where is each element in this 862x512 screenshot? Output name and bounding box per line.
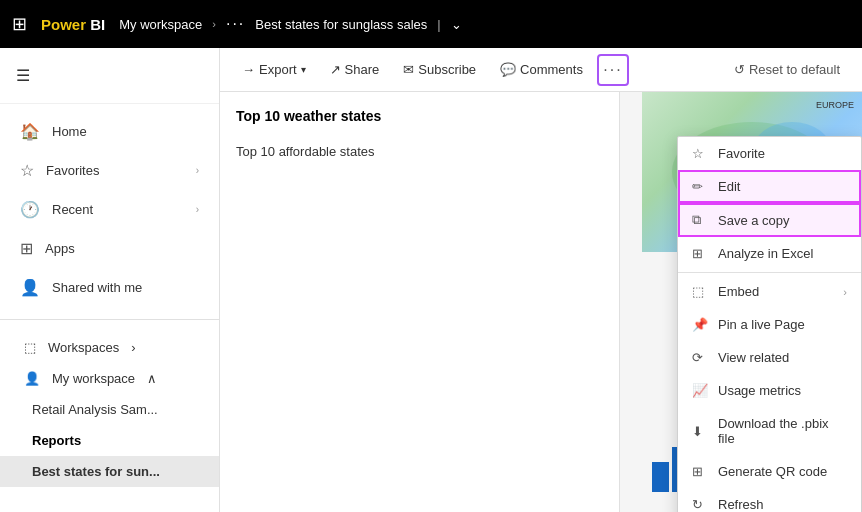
waffle-icon[interactable]: ⊞ xyxy=(12,13,27,35)
dropdown-item-favorite[interactable]: ☆ Favorite xyxy=(678,137,861,170)
qr-code-label: Generate QR code xyxy=(718,464,837,479)
share-button[interactable]: ↗ Share xyxy=(320,56,390,83)
report-panel: Top 10 weather states Top 10 affordable … xyxy=(220,92,862,512)
embed-arrow: › xyxy=(843,286,847,298)
save-copy-icon: ⧉ xyxy=(692,212,708,228)
sidebar-favorites-label: Favorites xyxy=(46,163,184,178)
recent-icon: 🕐 xyxy=(20,200,40,219)
pin-live-label: Pin a live Page xyxy=(718,317,837,332)
title-dropdown-caret[interactable]: ⌄ xyxy=(451,17,462,32)
reset-button[interactable]: ↺ Reset to default xyxy=(724,56,850,83)
sidebar-item-shared[interactable]: 👤 Shared with me xyxy=(4,268,215,307)
analyze-icon: ⊞ xyxy=(692,246,708,261)
dropdown-item-qr-code[interactable]: ⊞ Generate QR code xyxy=(678,455,861,488)
analyze-label: Analyze in Excel xyxy=(718,246,837,261)
download-label: Download the .pbix file xyxy=(718,416,837,446)
export-chevron: ▾ xyxy=(301,64,306,75)
workspaces-chevron: › xyxy=(131,340,135,355)
dropdown-item-view-related[interactable]: ⟳ View related xyxy=(678,341,861,374)
recent-chevron: › xyxy=(196,204,199,215)
main-area: ☰ 🏠 Home ☆ Favorites › 🕐 Recent › ⊞ Apps xyxy=(0,48,862,512)
comments-icon: 💬 xyxy=(500,62,516,77)
apps-icon: ⊞ xyxy=(20,239,33,258)
my-workspace-chevron: ∧ xyxy=(147,371,157,386)
favorite-label: Favorite xyxy=(718,146,837,161)
dropdown-item-analyze[interactable]: ⊞ Analyze in Excel xyxy=(678,237,861,270)
report-pages: Top 10 weather states Top 10 affordable … xyxy=(220,92,620,512)
dropdown-overlay: ☆ Favorite ✏ Edit ⧉ Save a copy ⊞ Analyz… xyxy=(677,136,862,512)
shared-icon: 👤 xyxy=(20,278,40,297)
dropdown-menu: ☆ Favorite ✏ Edit ⧉ Save a copy ⊞ Analyz… xyxy=(677,136,862,512)
sidebar-my-workspace-label: My workspace xyxy=(52,371,135,386)
qr-code-icon: ⊞ xyxy=(692,464,708,479)
toolbar: → Export ▾ ↗ Share ✉ Subscribe 💬 Comment… xyxy=(220,48,862,92)
sidebar-best-states-item[interactable]: Best states for sun... xyxy=(0,456,219,487)
sidebar-divider xyxy=(0,319,219,320)
title-separator: | xyxy=(437,17,440,32)
favorites-icon: ☆ xyxy=(20,161,34,180)
more-button[interactable]: ··· xyxy=(597,54,629,86)
embed-icon: ⬚ xyxy=(692,284,708,299)
export-label: Export xyxy=(259,62,297,77)
sidebar-nav: 🏠 Home ☆ Favorites › 🕐 Recent › ⊞ Apps 👤… xyxy=(0,104,219,315)
subscribe-icon: ✉ xyxy=(403,62,414,77)
sidebar-reports-label: Reports xyxy=(0,425,219,456)
export-icon: → xyxy=(242,62,255,77)
sidebar-apps-label: Apps xyxy=(45,241,199,256)
sidebar-retail-item[interactable]: Retail Analysis Sam... xyxy=(0,394,219,425)
view-related-label: View related xyxy=(718,350,837,365)
bar xyxy=(652,462,669,492)
sidebar-item-workspaces[interactable]: ⬚ Workspaces › xyxy=(0,332,219,363)
reset-icon: ↺ xyxy=(734,62,745,77)
breadcrumb-chevron: › xyxy=(212,18,216,30)
sidebar-item-my-workspace[interactable]: 👤 My workspace ∧ xyxy=(0,363,219,394)
share-label: Share xyxy=(345,62,380,77)
report-title-bar: Best states for sunglass sales xyxy=(255,17,427,32)
subscribe-button[interactable]: ✉ Subscribe xyxy=(393,56,486,83)
sidebar-home-label: Home xyxy=(52,124,199,139)
dropdown-item-usage-metrics[interactable]: 📈 Usage metrics xyxy=(678,374,861,407)
save-copy-label: Save a copy xyxy=(718,213,837,228)
favorites-chevron: › xyxy=(196,165,199,176)
sidebar-item-favorites[interactable]: ☆ Favorites › xyxy=(4,151,215,190)
sidebar-workspaces-label: Workspaces xyxy=(48,340,119,355)
workspace-label[interactable]: My workspace xyxy=(119,17,202,32)
favorite-icon: ☆ xyxy=(692,146,708,161)
sidebar-shared-label: Shared with me xyxy=(52,280,199,295)
subscribe-label: Subscribe xyxy=(418,62,476,77)
more-icon: ··· xyxy=(603,61,622,79)
dropdown-item-save-copy[interactable]: ⧉ Save a copy xyxy=(678,203,861,237)
share-icon: ↗ xyxy=(330,62,341,77)
sidebar-workspaces: ⬚ Workspaces › 👤 My workspace ∧ Retail A… xyxy=(0,324,219,495)
edit-icon: ✏ xyxy=(692,179,708,194)
home-icon: 🏠 xyxy=(20,122,40,141)
content-area: → Export ▾ ↗ Share ✉ Subscribe 💬 Comment… xyxy=(220,48,862,512)
refresh-icon: ↻ xyxy=(692,497,708,512)
sidebar-item-home[interactable]: 🏠 Home xyxy=(4,112,215,151)
dropdown-item-download[interactable]: ⬇ Download the .pbix file xyxy=(678,407,861,455)
report-page-item[interactable]: Top 10 affordable states xyxy=(236,136,603,167)
workspace-more-button[interactable]: ··· xyxy=(226,15,245,33)
refresh-label: Refresh xyxy=(718,497,837,512)
dropdown-item-edit[interactable]: ✏ Edit xyxy=(678,170,861,203)
embed-label: Embed xyxy=(718,284,833,299)
dropdown-divider xyxy=(678,272,861,273)
sidebar-item-recent[interactable]: 🕐 Recent › xyxy=(4,190,215,229)
dropdown-item-embed[interactable]: ⬚ Embed › xyxy=(678,275,861,308)
dropdown-item-refresh[interactable]: ↻ Refresh xyxy=(678,488,861,512)
sidebar-top: ☰ xyxy=(0,48,219,104)
download-icon: ⬇ xyxy=(692,424,708,439)
sidebar-recent-label: Recent xyxy=(52,202,184,217)
sidebar-item-apps[interactable]: ⊞ Apps xyxy=(4,229,215,268)
export-button[interactable]: → Export ▾ xyxy=(232,56,316,83)
comments-button[interactable]: 💬 Comments xyxy=(490,56,593,83)
sidebar-toggle[interactable]: ☰ xyxy=(0,56,219,95)
comments-label: Comments xyxy=(520,62,583,77)
top-bar: ⊞ Power BI My workspace › ··· Best state… xyxy=(0,0,862,48)
usage-metrics-label: Usage metrics xyxy=(718,383,837,398)
report-page-title: Top 10 weather states xyxy=(236,108,603,124)
sidebar: ☰ 🏠 Home ☆ Favorites › 🕐 Recent › ⊞ Apps xyxy=(0,48,220,512)
dropdown-item-pin-live[interactable]: 📌 Pin a live Page xyxy=(678,308,861,341)
my-workspace-icon: 👤 xyxy=(24,371,40,386)
pin-live-icon: 📌 xyxy=(692,317,708,332)
